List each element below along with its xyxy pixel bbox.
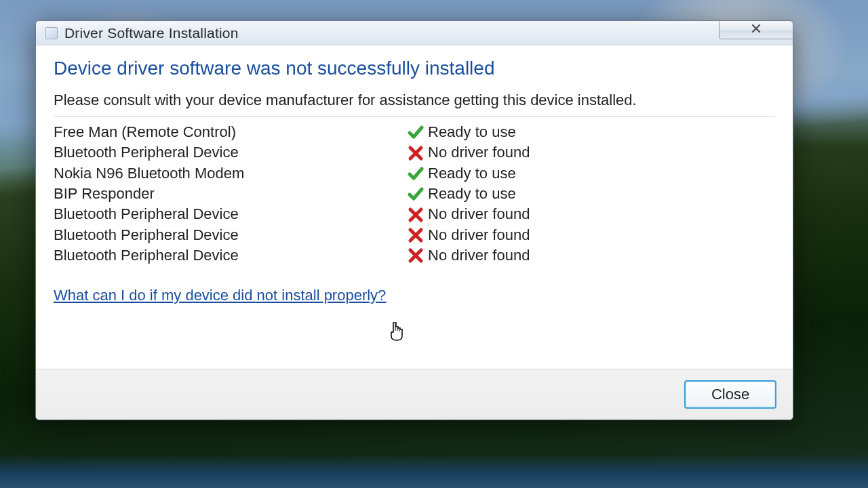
device-name: Nokia N96 Bluetooth Modem [54, 163, 408, 184]
device-status-text: Ready to use [428, 163, 516, 184]
device-row: BIP ResponderReady to use [54, 184, 775, 204]
titlebar[interactable]: Driver Software Installation [36, 21, 793, 45]
device-row: Bluetooth Peripheral DeviceNo driver fou… [54, 225, 775, 245]
dialog-instruction: Please consult with your device manufact… [54, 92, 775, 117]
dialog-heading: Device driver software was not successfu… [54, 58, 775, 79]
device-row: Free Man (Remote Control)Ready to use [54, 122, 775, 142]
device-row: Nokia N96 Bluetooth ModemReady to use [54, 163, 775, 184]
check-icon [408, 186, 424, 202]
x-icon [408, 227, 424, 243]
x-icon [408, 247, 424, 264]
help-link[interactable]: What can I do if my device did not insta… [54, 287, 386, 304]
x-icon [408, 145, 424, 161]
device-list: Free Man (Remote Control)Ready to useBlu… [54, 122, 775, 266]
app-icon [45, 27, 58, 39]
device-status: No driver found [408, 204, 530, 224]
device-status: No driver found [408, 245, 530, 266]
device-name: Bluetooth Peripheral Device [54, 142, 408, 163]
x-icon [408, 207, 424, 223]
device-status: No driver found [408, 142, 530, 163]
device-status-text: No driver found [428, 142, 530, 163]
device-status: Ready to use [408, 122, 516, 142]
device-status-text: Ready to use [428, 184, 516, 204]
close-button[interactable]: Close [684, 380, 776, 409]
device-name: BIP Responder [54, 184, 408, 204]
window-title: Driver Software Installation [64, 25, 239, 41]
device-name: Bluetooth Peripheral Device [54, 245, 408, 266]
titlebar-close-button[interactable] [719, 20, 793, 39]
device-status: Ready to use [408, 184, 516, 204]
device-status: No driver found [408, 225, 530, 245]
device-status-text: Ready to use [428, 122, 516, 142]
dialog-footer: Close [36, 369, 793, 420]
device-status-text: No driver found [428, 225, 530, 245]
device-row: Bluetooth Peripheral DeviceNo driver fou… [54, 245, 775, 266]
device-status-text: No driver found [428, 245, 530, 266]
device-status-text: No driver found [428, 204, 530, 224]
device-name: Bluetooth Peripheral Device [54, 204, 408, 224]
check-icon [408, 124, 424, 140]
dialog-content: Device driver software was not successfu… [36, 45, 793, 369]
driver-install-dialog: Driver Software Installation Device driv… [35, 20, 793, 420]
device-name: Bluetooth Peripheral Device [54, 225, 408, 245]
close-icon [751, 23, 762, 37]
device-name: Free Man (Remote Control) [54, 122, 408, 142]
device-row: Bluetooth Peripheral DeviceNo driver fou… [54, 204, 775, 224]
check-icon [408, 165, 424, 182]
device-row: Bluetooth Peripheral DeviceNo driver fou… [54, 142, 775, 163]
device-status: Ready to use [408, 163, 516, 184]
